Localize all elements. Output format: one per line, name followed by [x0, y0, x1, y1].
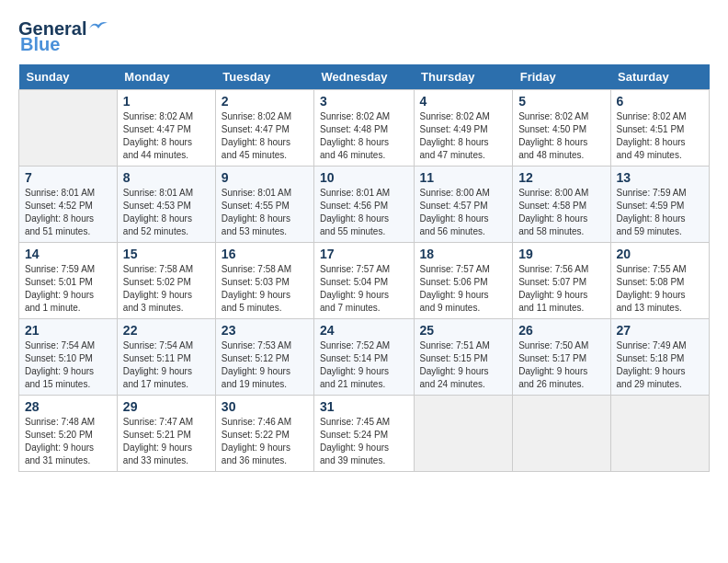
day-number: 26 — [518, 323, 604, 338]
day-info: Sunrise: 8:02 AM Sunset: 4:49 PM Dayligh… — [420, 110, 507, 162]
calendar-cell: 20Sunrise: 7:55 AM Sunset: 5:08 PM Dayli… — [610, 243, 709, 319]
day-number: 29 — [123, 399, 210, 414]
header-monday: Monday — [117, 64, 215, 90]
calendar-cell: 31Sunrise: 7:45 AM Sunset: 5:24 PM Dayli… — [314, 396, 415, 472]
page-header: General Blue — [18, 18, 710, 55]
calendar-cell: 9Sunrise: 8:01 AM Sunset: 4:55 PM Daylig… — [215, 167, 313, 243]
header-saturday: Saturday — [610, 64, 709, 90]
day-number: 6 — [617, 94, 703, 109]
calendar-cell: 19Sunrise: 7:56 AM Sunset: 5:07 PM Dayli… — [513, 243, 610, 319]
calendar-cell: 15Sunrise: 7:58 AM Sunset: 5:02 PM Dayli… — [117, 243, 215, 319]
calendar-cell: 1Sunrise: 8:02 AM Sunset: 4:47 PM Daylig… — [117, 90, 215, 167]
day-info: Sunrise: 8:02 AM Sunset: 4:47 PM Dayligh… — [123, 110, 210, 162]
header-friday: Friday — [513, 64, 610, 90]
day-number: 30 — [222, 399, 308, 414]
day-number: 19 — [518, 247, 604, 261]
day-info: Sunrise: 8:01 AM Sunset: 4:53 PM Dayligh… — [123, 187, 210, 238]
calendar-week-row: 21Sunrise: 7:54 AM Sunset: 5:10 PM Dayli… — [19, 319, 710, 396]
calendar-cell: 23Sunrise: 7:53 AM Sunset: 5:12 PM Dayli… — [215, 319, 313, 396]
calendar-cell: 6Sunrise: 8:02 AM Sunset: 4:51 PM Daylig… — [610, 90, 709, 167]
calendar-cell: 25Sunrise: 7:51 AM Sunset: 5:15 PM Dayli… — [414, 319, 513, 396]
calendar-cell: 11Sunrise: 8:00 AM Sunset: 4:57 PM Dayli… — [414, 167, 513, 243]
calendar-cell — [513, 396, 610, 472]
calendar-cell: 14Sunrise: 7:59 AM Sunset: 5:01 PM Dayli… — [19, 243, 118, 319]
day-info: Sunrise: 7:45 AM Sunset: 5:24 PM Dayligh… — [320, 416, 408, 467]
calendar-cell: 18Sunrise: 7:57 AM Sunset: 5:06 PM Dayli… — [414, 243, 513, 319]
day-info: Sunrise: 7:46 AM Sunset: 5:22 PM Dayligh… — [222, 416, 308, 467]
day-number: 15 — [123, 247, 210, 261]
day-number: 2 — [222, 94, 308, 109]
calendar-cell — [19, 90, 118, 167]
day-info: Sunrise: 7:51 AM Sunset: 5:15 PM Dayligh… — [420, 339, 507, 391]
day-info: Sunrise: 7:59 AM Sunset: 4:59 PM Dayligh… — [617, 187, 703, 238]
calendar-cell: 29Sunrise: 7:47 AM Sunset: 5:21 PM Dayli… — [117, 396, 215, 472]
calendar-cell: 12Sunrise: 8:00 AM Sunset: 4:58 PM Dayli… — [513, 167, 610, 243]
day-number: 22 — [123, 323, 210, 338]
calendar-cell: 5Sunrise: 8:02 AM Sunset: 4:50 PM Daylig… — [513, 90, 610, 167]
calendar-cell: 8Sunrise: 8:01 AM Sunset: 4:53 PM Daylig… — [117, 167, 215, 243]
day-number: 8 — [123, 170, 210, 185]
day-info: Sunrise: 7:47 AM Sunset: 5:21 PM Dayligh… — [123, 416, 210, 467]
day-info: Sunrise: 8:01 AM Sunset: 4:52 PM Dayligh… — [25, 187, 111, 238]
day-number: 27 — [617, 323, 703, 338]
calendar-cell: 3Sunrise: 8:02 AM Sunset: 4:48 PM Daylig… — [314, 90, 415, 167]
header-wednesday: Wednesday — [314, 64, 415, 90]
day-number: 21 — [25, 323, 111, 338]
day-number: 12 — [518, 170, 604, 185]
day-info: Sunrise: 7:54 AM Sunset: 5:10 PM Dayligh… — [25, 339, 111, 391]
day-info: Sunrise: 8:02 AM Sunset: 4:47 PM Dayligh… — [222, 110, 308, 162]
day-info: Sunrise: 8:02 AM Sunset: 4:51 PM Dayligh… — [617, 110, 703, 162]
calendar-cell: 27Sunrise: 7:49 AM Sunset: 5:18 PM Dayli… — [610, 319, 709, 396]
calendar-week-row: 28Sunrise: 7:48 AM Sunset: 5:20 PM Dayli… — [19, 396, 710, 472]
calendar-cell: 16Sunrise: 7:58 AM Sunset: 5:03 PM Dayli… — [215, 243, 313, 319]
calendar-header-row: SundayMondayTuesdayWednesdayThursdayFrid… — [19, 64, 710, 90]
day-number: 4 — [420, 94, 507, 109]
day-number: 11 — [420, 170, 507, 185]
logo-bird-icon — [88, 19, 108, 36]
day-number: 5 — [518, 94, 604, 109]
day-info: Sunrise: 7:49 AM Sunset: 5:18 PM Dayligh… — [617, 339, 703, 391]
logo: General Blue — [18, 18, 108, 55]
day-info: Sunrise: 7:54 AM Sunset: 5:11 PM Dayligh… — [123, 339, 210, 391]
day-info: Sunrise: 8:02 AM Sunset: 4:48 PM Dayligh… — [320, 110, 408, 162]
day-info: Sunrise: 7:56 AM Sunset: 5:07 PM Dayligh… — [518, 263, 604, 315]
day-number: 16 — [222, 247, 308, 261]
logo-container: General Blue — [18, 18, 108, 55]
calendar-cell: 28Sunrise: 7:48 AM Sunset: 5:20 PM Dayli… — [19, 396, 118, 472]
day-number: 28 — [25, 399, 111, 414]
day-number: 1 — [123, 94, 210, 109]
day-info: Sunrise: 7:53 AM Sunset: 5:12 PM Dayligh… — [222, 339, 308, 391]
header-thursday: Thursday — [414, 64, 513, 90]
day-info: Sunrise: 8:01 AM Sunset: 4:56 PM Dayligh… — [320, 187, 408, 238]
calendar-cell: 2Sunrise: 8:02 AM Sunset: 4:47 PM Daylig… — [215, 90, 313, 167]
day-number: 31 — [320, 399, 408, 414]
day-number: 3 — [320, 94, 408, 109]
day-info: Sunrise: 8:01 AM Sunset: 4:55 PM Dayligh… — [222, 187, 308, 238]
calendar-cell: 30Sunrise: 7:46 AM Sunset: 5:22 PM Dayli… — [215, 396, 313, 472]
day-info: Sunrise: 7:55 AM Sunset: 5:08 PM Dayligh… — [617, 263, 703, 315]
calendar-table: SundayMondayTuesdayWednesdayThursdayFrid… — [18, 64, 710, 472]
day-number: 17 — [320, 247, 408, 261]
header-tuesday: Tuesday — [215, 64, 313, 90]
calendar-week-row: 14Sunrise: 7:59 AM Sunset: 5:01 PM Dayli… — [19, 243, 710, 319]
day-number: 9 — [222, 170, 308, 185]
calendar-cell — [610, 396, 709, 472]
day-number: 7 — [25, 170, 111, 185]
day-info: Sunrise: 8:00 AM Sunset: 4:58 PM Dayligh… — [518, 187, 604, 238]
calendar-cell: 24Sunrise: 7:52 AM Sunset: 5:14 PM Dayli… — [314, 319, 415, 396]
day-info: Sunrise: 7:57 AM Sunset: 5:06 PM Dayligh… — [420, 263, 507, 315]
day-number: 13 — [617, 170, 703, 185]
logo-blue-text: Blue — [18, 34, 60, 55]
day-number: 10 — [320, 170, 408, 185]
calendar-cell: 7Sunrise: 8:01 AM Sunset: 4:52 PM Daylig… — [19, 167, 118, 243]
day-info: Sunrise: 7:50 AM Sunset: 5:17 PM Dayligh… — [518, 339, 604, 391]
calendar-cell: 22Sunrise: 7:54 AM Sunset: 5:11 PM Dayli… — [117, 319, 215, 396]
day-info: Sunrise: 7:48 AM Sunset: 5:20 PM Dayligh… — [25, 416, 111, 467]
day-number: 25 — [420, 323, 507, 338]
day-info: Sunrise: 8:02 AM Sunset: 4:50 PM Dayligh… — [518, 110, 604, 162]
day-info: Sunrise: 7:59 AM Sunset: 5:01 PM Dayligh… — [25, 263, 111, 315]
day-info: Sunrise: 7:52 AM Sunset: 5:14 PM Dayligh… — [320, 339, 408, 391]
day-number: 14 — [25, 247, 111, 261]
calendar-cell — [414, 396, 513, 472]
calendar-cell: 13Sunrise: 7:59 AM Sunset: 4:59 PM Dayli… — [610, 167, 709, 243]
